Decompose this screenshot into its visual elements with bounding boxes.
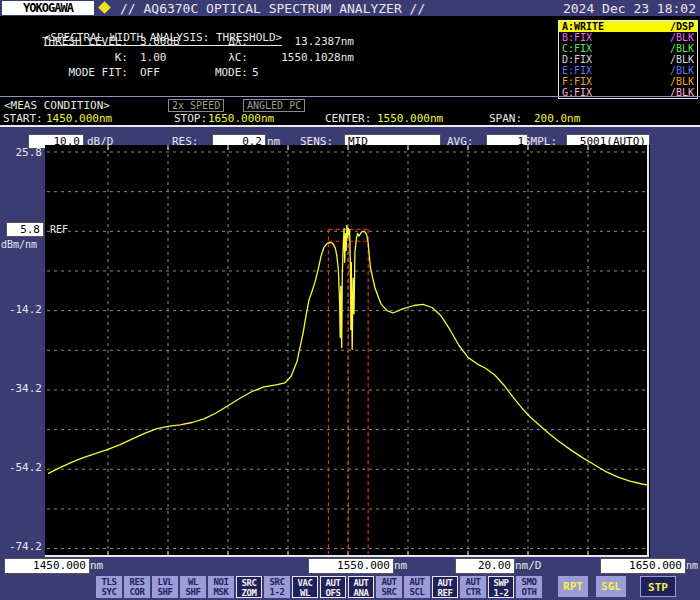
trace-row-d[interactable]: D:FIX/BLK bbox=[559, 54, 697, 65]
k-label: K: bbox=[0, 51, 128, 64]
trace-row-f[interactable]: F:FIX/BLK bbox=[559, 76, 697, 87]
mode-fit-label: MODE FIT: bbox=[0, 66, 128, 79]
x-perdiv-field[interactable]: 20.00 bbox=[455, 558, 515, 574]
x-start-unit: nm bbox=[90, 559, 103, 572]
spectrum-plot: REF bbox=[45, 145, 650, 557]
y-axis-unit: dBm/nm bbox=[1, 239, 37, 250]
trace-a-name: A:WRITE bbox=[562, 21, 604, 32]
x-center-unit: nm bbox=[394, 559, 407, 572]
toolbar-button-noi-msk[interactable]: NOIMSK bbox=[208, 576, 234, 598]
y-label-2: -14.2 bbox=[2, 303, 42, 316]
ref-line-label: REF bbox=[50, 224, 68, 235]
center-label: CENTER: bbox=[325, 112, 371, 125]
window-title: // AQ6370C OPTICAL SPECTRUM ANALYZER // bbox=[120, 1, 425, 16]
y-label-top: 25.8 bbox=[2, 146, 42, 159]
k-value[interactable]: 1.00 bbox=[140, 51, 167, 64]
toolbar-button-aut-ref[interactable]: AUTREF bbox=[432, 576, 458, 598]
trace-row-c[interactable]: C:FIX/BLK bbox=[559, 43, 697, 54]
stop-label: STOP: bbox=[174, 112, 207, 125]
ref-level-field[interactable]: 5.8 bbox=[6, 222, 44, 237]
trace-e-mode: /BLK bbox=[670, 65, 694, 76]
toolbar-button-res-cor[interactable]: RESCOR bbox=[124, 576, 150, 598]
delta-lambda-value: 13.2387nm bbox=[252, 35, 354, 48]
stop-sweep-button[interactable]: STP bbox=[640, 576, 676, 597]
yokogawa-diamond-icon bbox=[98, 1, 111, 14]
stop-value[interactable]: 1650.000nm bbox=[208, 112, 274, 125]
datetime: 2024 Dec 23 18:02 bbox=[563, 1, 696, 16]
trace-a-mode: /DSP bbox=[670, 21, 694, 32]
toolbar-button-aut-ana[interactable]: AUTANA bbox=[348, 576, 374, 598]
toolbar-button-vac-wl[interactable]: VACWL bbox=[292, 576, 318, 598]
trace-f-name: F:FIX bbox=[562, 76, 592, 87]
trace-f-mode: /BLK bbox=[670, 76, 694, 87]
top-section: <SPECTRAL WIDTH ANALYSIS: THRESHOLD> THR… bbox=[0, 16, 700, 127]
toolbar-button-aut-scl[interactable]: AUTSCL bbox=[404, 576, 430, 598]
trace-b-name: B:FIX bbox=[562, 32, 592, 43]
x-perdiv-unit: nm/D bbox=[515, 559, 542, 572]
section-divider bbox=[0, 96, 700, 97]
span-value[interactable]: 200.0nm bbox=[534, 112, 580, 125]
start-label: START: bbox=[3, 112, 43, 125]
toolbar-button-tls-syc[interactable]: TLSSYC bbox=[96, 576, 122, 598]
connector-badge: ANGLED PC bbox=[243, 99, 305, 112]
toolbar-button-swp-1-2[interactable]: SWP1-2 bbox=[488, 576, 514, 598]
start-value[interactable]: 1450.000nm bbox=[46, 112, 112, 125]
x-stop-unit: nm bbox=[686, 560, 698, 571]
lambda-c-label: λC: bbox=[170, 51, 248, 64]
trace-row-e[interactable]: E:FIX/BLK bbox=[559, 65, 697, 76]
trace-e-name: E:FIX bbox=[562, 65, 592, 76]
trace-d-mode: /BLK bbox=[670, 54, 694, 65]
repeat-sweep-button[interactable]: RPT bbox=[558, 576, 588, 597]
center-value[interactable]: 1550.000nm bbox=[377, 112, 443, 125]
yokogawa-logo: YOKOGAWA bbox=[2, 1, 94, 15]
trace-d-name: D:FIX bbox=[562, 54, 592, 65]
single-sweep-button[interactable]: SGL bbox=[596, 576, 626, 597]
trace-table: A:WRITE/DSP B:FIX/BLK C:FIX/BLK D:FIX/BL… bbox=[558, 20, 698, 99]
x-start-field[interactable]: 1450.000 bbox=[4, 558, 90, 574]
thresh-level-label: THRESH LEVEL: bbox=[0, 35, 128, 48]
toolbar-button-wl-shf[interactable]: WLSHF bbox=[180, 576, 206, 598]
lambda-c-value: 1550.1028nm bbox=[252, 51, 354, 64]
spectrum-svg bbox=[45, 145, 650, 557]
delta-lambda-label: Δλ: bbox=[170, 35, 248, 48]
speed-badge: 2x SPEED bbox=[168, 99, 224, 112]
mode-fit-value[interactable]: OFF bbox=[140, 66, 160, 79]
x-stop-field[interactable]: 1650.000 bbox=[600, 558, 686, 574]
trace-b-mode: /BLK bbox=[670, 32, 694, 43]
toolbar-button-src-zom[interactable]: SRCZOM bbox=[236, 576, 262, 598]
y-label-3: -34.2 bbox=[2, 382, 42, 395]
mode-count-label: MODE: bbox=[170, 66, 248, 79]
trace-row-a[interactable]: A:WRITE/DSP bbox=[559, 21, 697, 32]
mode-count-value: 5 bbox=[252, 66, 259, 79]
toolbar-button-aut-ctr[interactable]: AUTCTR bbox=[460, 576, 486, 598]
toolbar-button-aut-ofs[interactable]: AUTOFS bbox=[320, 576, 346, 598]
toolbar-button-aut-src[interactable]: AUTSRC bbox=[376, 576, 402, 598]
trace-row-b[interactable]: B:FIX/BLK bbox=[559, 32, 697, 43]
y-label-5: -74.2 bbox=[2, 540, 42, 553]
meas-condition-heading: <MEAS CONDITION> bbox=[4, 99, 110, 112]
toolbar-button-smo-oth[interactable]: SMOOTH bbox=[516, 576, 542, 598]
toolbar-button-lvl-shf[interactable]: LVLSHF bbox=[152, 576, 178, 598]
trace-c-mode: /BLK bbox=[670, 43, 694, 54]
trace-c-name: C:FIX bbox=[562, 43, 592, 54]
y-label-4: -54.2 bbox=[2, 461, 42, 474]
span-label: SPAN: bbox=[489, 112, 522, 125]
osa-screen: YOKOGAWA // AQ6370C OPTICAL SPECTRUM ANA… bbox=[0, 0, 700, 600]
x-center-field[interactable]: 1550.000 bbox=[308, 558, 394, 574]
toolbar-button-src-1-2[interactable]: SRC1-2 bbox=[264, 576, 290, 598]
